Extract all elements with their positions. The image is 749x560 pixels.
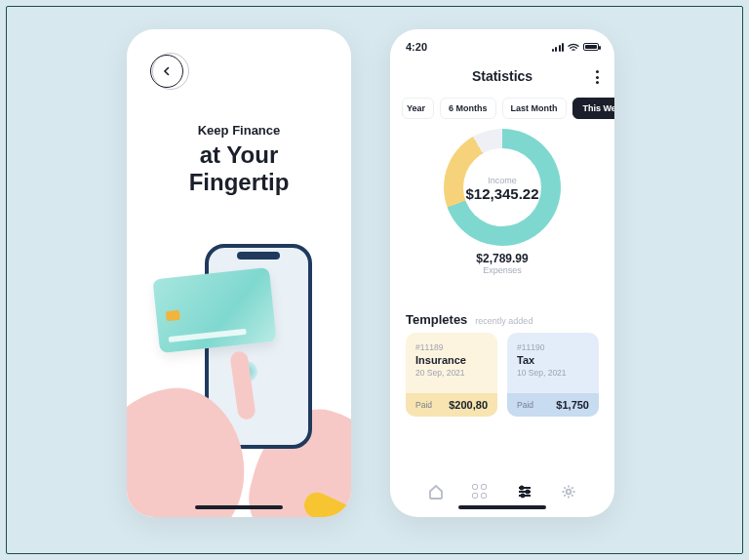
nav-grid-icon[interactable] <box>472 484 488 500</box>
more-menu-button[interactable] <box>596 70 599 84</box>
hero-kicker: Keep Finance <box>127 123 351 138</box>
home-indicator[interactable] <box>458 505 546 509</box>
templates-subtitle: recently added <box>475 316 532 326</box>
expenses-label: Expenses <box>390 265 614 275</box>
back-button[interactable] <box>150 55 183 88</box>
status-bar: 4:20 <box>406 41 599 53</box>
filter-this-week[interactable]: This Week <box>572 98 614 119</box>
nav-settings-icon[interactable] <box>561 484 576 500</box>
template-id: #11190 <box>517 342 589 352</box>
signal-icon <box>552 43 565 52</box>
bottom-nav <box>390 484 614 500</box>
template-amount: $1,750 <box>556 399 589 411</box>
expenses-value: $2,789.99 <box>390 252 614 265</box>
nav-sliders-icon[interactable] <box>517 484 532 500</box>
nav-home-icon[interactable] <box>428 484 444 500</box>
hero-headline-line1: at Your <box>200 141 278 168</box>
svg-point-3 <box>567 490 572 495</box>
template-name: Tax <box>517 354 589 366</box>
template-status: Paid <box>415 400 432 410</box>
statistics-screen: 4:20 Statistics Year 6 Months Last Month… <box>390 29 614 517</box>
home-indicator[interactable] <box>195 505 283 509</box>
filter-year[interactable]: Year <box>402 98 434 119</box>
template-date: 20 Sep, 2021 <box>415 368 488 378</box>
hero-headline: at Your Fingertip <box>127 141 351 195</box>
template-amount: $200,80 <box>449 399 488 411</box>
template-id: #11189 <box>415 342 488 352</box>
onboarding-screen: Keep Finance at Your Fingertip <box>127 29 351 517</box>
hero-headline-line2: Fingertip <box>189 169 290 195</box>
template-card-insurance[interactable]: #11189 Insurance 20 Sep, 2021 Paid $200,… <box>406 333 497 417</box>
filter-6-months[interactable]: 6 Months <box>440 98 496 119</box>
template-date: 10 Sep, 2021 <box>517 368 589 378</box>
battery-icon <box>583 43 599 51</box>
wifi-icon <box>568 43 579 52</box>
templates-title: Templetes <box>406 312 467 327</box>
svg-point-2 <box>521 494 524 497</box>
income-chart: Income $12,345.22 $2,789.99 Expenses <box>390 129 614 304</box>
status-time: 4:20 <box>406 41 427 53</box>
page-title: Statistics <box>390 68 614 84</box>
svg-point-0 <box>520 486 523 489</box>
template-name: Insurance <box>415 354 488 366</box>
filter-last-month[interactable]: Last Month <box>502 98 567 119</box>
svg-point-1 <box>526 490 529 493</box>
template-card-tax[interactable]: #11190 Tax 10 Sep, 2021 Paid $1,750 <box>507 333 599 417</box>
income-label: Income <box>390 176 614 185</box>
income-value: $12,345.22 <box>390 185 614 202</box>
range-filter: Year 6 Months Last Month This Week <box>390 84 614 119</box>
hero-illustration <box>127 224 351 517</box>
template-status: Paid <box>517 400 533 410</box>
